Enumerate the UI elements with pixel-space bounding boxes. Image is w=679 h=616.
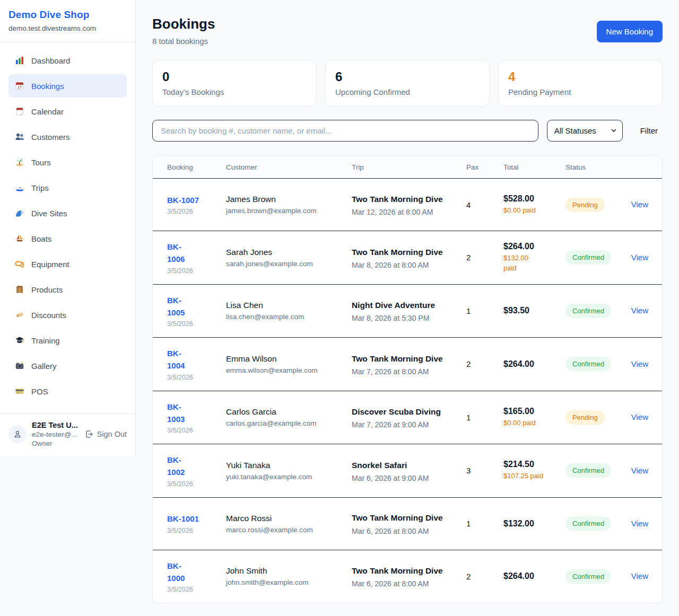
package-icon	[15, 285, 24, 294]
status-cell: Confirmed	[565, 516, 629, 531]
total-amount: $264.00	[503, 359, 565, 369]
table-row: BK-1007 3/5/2026 James Brown james.brown…	[153, 179, 662, 231]
column-header-total: Total	[503, 163, 565, 171]
sidebar-item-label: Dive Sites	[31, 209, 67, 218]
booking-cell: BK- 1003 3/5/2026	[167, 401, 226, 435]
total-cell: $214.50 $107.25 paid	[503, 460, 565, 481]
trip-cell: Two Tank Morning Dive Mar 7, 2026 at 8:0…	[352, 353, 466, 376]
pax-count: 2	[466, 359, 503, 368]
sidebar-item-equipment[interactable]: Equipment	[8, 252, 127, 276]
status-filter-wrap: All Statuses	[547, 120, 623, 142]
bookings-table: Booking Customer Trip Pax Total Status B…	[152, 155, 663, 603]
booking-id-link[interactable]: BK- 1006	[167, 241, 185, 266]
table-body: BK-1007 3/5/2026 James Brown james.brown…	[153, 179, 662, 603]
grad-cap-icon	[15, 336, 24, 345]
status-badge: Confirmed	[565, 304, 611, 318]
sidebar-item-pos[interactable]: POS	[8, 380, 127, 403]
booking-created-date: 3/5/2026	[167, 480, 226, 488]
booking-created-date: 3/5/2026	[167, 320, 226, 328]
page-subtitle: 8 total bookings	[152, 37, 215, 46]
sidebar-item-customers[interactable]: Customers	[8, 125, 127, 148]
sidebar-item-label: Products	[31, 285, 63, 294]
bar-chart-icon	[15, 56, 24, 65]
view-booking-link[interactable]: View	[631, 306, 648, 315]
customer-name: Marco Rossi	[226, 514, 352, 523]
column-header-booking: Booking	[167, 163, 226, 171]
sidebar-item-discounts[interactable]: Discounts	[8, 303, 127, 327]
pax-count: 1	[466, 413, 503, 422]
paid-amount: $107.25 paid	[503, 471, 565, 481]
booking-cell: BK- 1000 3/5/2026	[167, 560, 226, 594]
sidebar-item-bookings[interactable]: 17 Bookings	[8, 74, 127, 98]
booking-cell: BK-1001 3/5/2026	[167, 513, 226, 534]
sidebar-item-label: Calendar	[31, 107, 64, 116]
customer-name: James Brown	[226, 195, 352, 204]
booking-created-date: 3/5/2026	[167, 427, 226, 434]
user-email: e2e-tester@...	[32, 430, 84, 438]
view-booking-link[interactable]: View	[631, 412, 648, 421]
sidebar-item-label: Equipment	[31, 260, 69, 269]
trip-datetime: Mar 7, 2026 at 9:00 AM	[352, 420, 466, 429]
booking-id-link[interactable]: BK- 1005	[167, 294, 185, 319]
view-booking-link[interactable]: View	[631, 200, 648, 209]
view-booking-link[interactable]: View	[631, 359, 648, 368]
search-input[interactable]	[152, 120, 538, 142]
status-cell: Pending	[565, 198, 629, 212]
view-booking-link[interactable]: View	[631, 253, 648, 262]
trip-cell: Two Tank Morning Dive Mar 6, 2026 at 8:0…	[352, 512, 466, 535]
status-badge: Confirmed	[565, 463, 611, 478]
actions-cell: View	[629, 412, 648, 422]
view-booking-link[interactable]: View	[631, 466, 648, 475]
sidebar-item-tours[interactable]: Tours	[8, 151, 127, 174]
booking-id-link[interactable]: BK-1007	[167, 194, 199, 206]
customer-email: james.brown@example.com	[226, 207, 352, 215]
sidebar-item-boats[interactable]: Boats	[8, 227, 127, 250]
trip-datetime: Mar 8, 2026 at 5:30 PM	[352, 314, 466, 322]
table-row: BK- 1000 3/5/2026 John Smith john.smith@…	[153, 550, 662, 603]
booking-created-date: 3/5/2026	[167, 586, 226, 593]
booking-id-link[interactable]: BK- 1004	[167, 347, 185, 372]
sidebar-item-products[interactable]: Products	[8, 278, 127, 301]
trip-datetime: Mar 8, 2026 at 8:00 AM	[352, 261, 466, 269]
customer-cell: John Smith john.smith@example.com	[226, 566, 352, 586]
sidebar-item-gallery[interactable]: Gallery	[8, 354, 127, 377]
status-cell: Confirmed	[565, 250, 629, 265]
booking-id-link[interactable]: BK- 1000	[167, 560, 185, 585]
booking-created-date: 3/5/2026	[167, 527, 226, 534]
booking-id-link[interactable]: BK- 1003	[167, 401, 185, 426]
sidebar-item-trips[interactable]: Trips	[8, 176, 127, 199]
new-booking-button[interactable]: New Booking	[597, 21, 663, 42]
actions-cell: View	[629, 359, 648, 369]
customer-name: Sarah Jones	[226, 248, 352, 257]
paid-amount: $0.00 paid	[503, 418, 565, 428]
view-booking-link[interactable]: View	[631, 571, 648, 580]
column-header-status: Status	[565, 163, 629, 171]
stat-card-pending-payment: 4 Pending Payment	[498, 60, 663, 107]
filter-button[interactable]: Filter	[636, 126, 663, 135]
total-amount: $214.50	[503, 460, 565, 469]
sidebar-item-dashboard[interactable]: Dashboard	[8, 49, 127, 72]
status-filter-select[interactable]: All Statuses	[547, 120, 623, 142]
sidebar-nav: Dashboard 17 Bookings Calendar Customers…	[0, 42, 135, 410]
customer-cell: Marco Rossi marco.rossi@example.com	[226, 514, 352, 534]
view-booking-link[interactable]: View	[631, 519, 648, 528]
tear-calendar-icon	[15, 107, 24, 116]
booking-id-link[interactable]: BK- 1002	[167, 454, 185, 479]
trip-name: Two Tank Morning Dive	[352, 353, 446, 365]
sidebar-item-dive-sites[interactable]: Dive Sites	[8, 201, 127, 225]
sidebar-item-label: Tours	[31, 158, 51, 167]
sidebar-item-training[interactable]: Training	[8, 329, 127, 352]
sidebar-item-calendar[interactable]: Calendar	[8, 100, 127, 123]
total-cell: $264.00	[503, 571, 565, 581]
customer-name: John Smith	[226, 566, 352, 576]
actions-cell: View	[629, 253, 648, 262]
status-badge: Confirmed	[565, 516, 611, 531]
table-row: BK- 1002 3/5/2026 Yuki Tanaka yuki.tanak…	[153, 444, 662, 498]
customer-name: Emma Wilson	[226, 354, 352, 364]
sidebar-item-label: Gallery	[31, 362, 57, 371]
customer-name: Lisa Chen	[226, 301, 352, 310]
actions-cell: View	[629, 200, 648, 209]
shop-name: Demo Dive Shop	[8, 9, 127, 21]
booking-id-link[interactable]: BK-1001	[167, 513, 199, 525]
sign-out-button[interactable]: Sign Out	[85, 430, 127, 438]
